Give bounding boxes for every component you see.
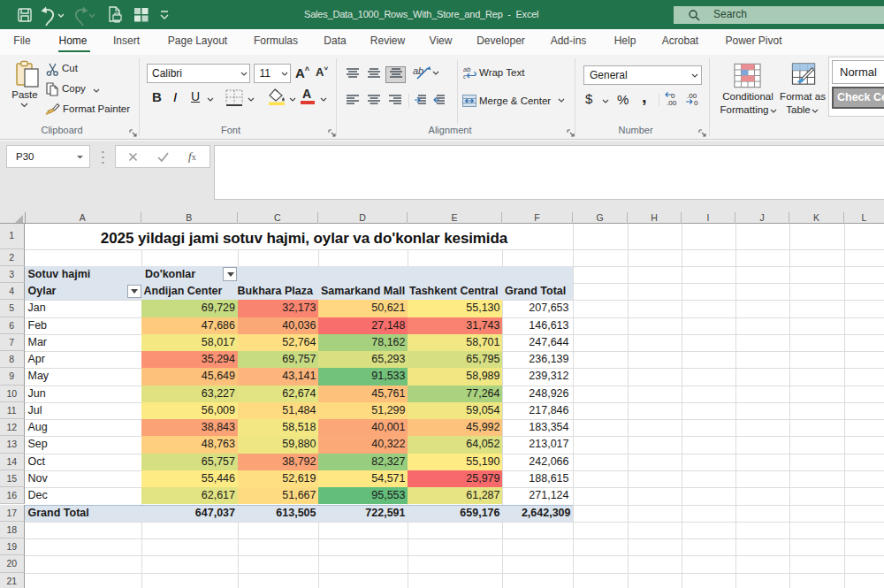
svg-text:0: 0 (694, 99, 698, 106)
svg-text:c: c (463, 73, 467, 79)
svg-text:.00: .00 (667, 99, 677, 106)
